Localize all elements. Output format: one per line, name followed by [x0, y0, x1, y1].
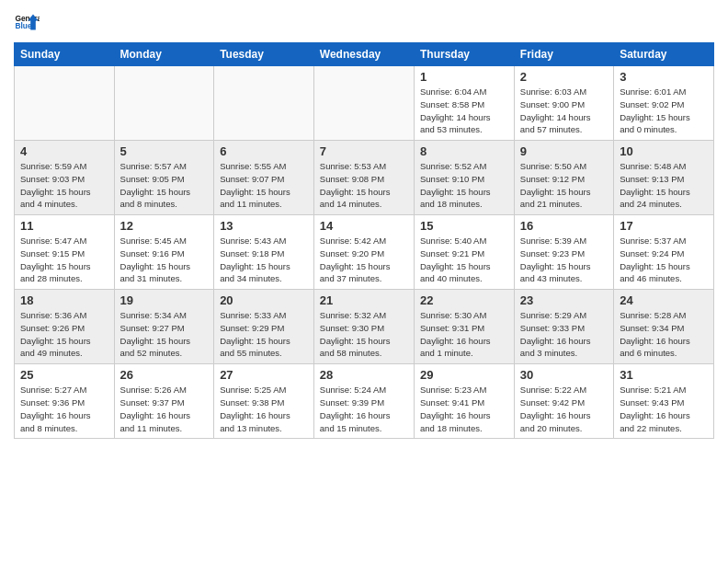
day-number: 16 — [520, 219, 608, 233]
day-info: Sunrise: 5:55 AM Sunset: 9:07 PM Dayligh… — [220, 160, 308, 211]
day-info: Sunrise: 5:39 AM Sunset: 9:23 PM Dayligh… — [520, 235, 608, 285]
calendar-cell: 7Sunrise: 5:53 AM Sunset: 9:08 PM Daylig… — [313, 141, 414, 215]
weekday-header-sunday: Sunday — [15, 43, 115, 66]
day-info: Sunrise: 5:28 AM Sunset: 9:34 PM Dayligh… — [620, 309, 708, 360]
calendar-cell: 26Sunrise: 5:26 AM Sunset: 9:37 PM Dayli… — [114, 364, 214, 439]
day-info: Sunrise: 5:42 AM Sunset: 9:20 PM Dayligh… — [320, 235, 408, 285]
weekday-header-tuesday: Tuesday — [214, 43, 314, 66]
calendar-cell: 19Sunrise: 5:34 AM Sunset: 9:27 PM Dayli… — [114, 290, 214, 364]
day-info: Sunrise: 5:48 AM Sunset: 9:13 PM Dayligh… — [620, 160, 708, 211]
day-info: Sunrise: 5:26 AM Sunset: 9:37 PM Dayligh… — [120, 384, 209, 434]
day-number: 21 — [320, 293, 408, 307]
day-info: Sunrise: 5:33 AM Sunset: 9:29 PM Dayligh… — [220, 309, 308, 360]
calendar-week-row: 25Sunrise: 5:27 AM Sunset: 9:36 PM Dayli… — [15, 364, 714, 439]
day-info: Sunrise: 6:04 AM Sunset: 8:58 PM Dayligh… — [420, 86, 508, 136]
day-info: Sunrise: 5:50 AM Sunset: 9:12 PM Dayligh… — [520, 160, 608, 211]
calendar-cell: 25Sunrise: 5:27 AM Sunset: 9:36 PM Dayli… — [15, 364, 115, 439]
calendar-cell: 12Sunrise: 5:45 AM Sunset: 9:16 PM Dayli… — [114, 215, 214, 290]
day-number: 26 — [120, 368, 209, 382]
day-info: Sunrise: 5:45 AM Sunset: 9:16 PM Dayligh… — [120, 235, 209, 285]
calendar-cell — [214, 66, 314, 141]
day-info: Sunrise: 5:23 AM Sunset: 9:41 PM Dayligh… — [420, 384, 508, 434]
day-number: 14 — [320, 219, 408, 233]
calendar-week-row: 11Sunrise: 5:47 AM Sunset: 9:15 PM Dayli… — [15, 215, 714, 290]
day-info: Sunrise: 5:40 AM Sunset: 9:21 PM Dayligh… — [420, 235, 508, 285]
day-info: Sunrise: 5:34 AM Sunset: 9:27 PM Dayligh… — [120, 309, 209, 360]
calendar-cell: 16Sunrise: 5:39 AM Sunset: 9:23 PM Dayli… — [514, 215, 613, 290]
calendar-cell — [313, 66, 414, 141]
day-number: 22 — [420, 293, 508, 307]
weekday-header-monday: Monday — [114, 43, 214, 66]
day-number: 28 — [320, 368, 408, 382]
day-number: 5 — [120, 144, 209, 158]
weekday-header-wednesday: Wednesday — [313, 43, 414, 66]
day-number: 10 — [620, 144, 708, 158]
calendar-cell: 28Sunrise: 5:24 AM Sunset: 9:39 PM Dayli… — [313, 364, 414, 439]
calendar-cell: 29Sunrise: 5:23 AM Sunset: 9:41 PM Dayli… — [414, 364, 514, 439]
day-info: Sunrise: 5:22 AM Sunset: 9:42 PM Dayligh… — [520, 384, 608, 434]
calendar-cell: 11Sunrise: 5:47 AM Sunset: 9:15 PM Dayli… — [15, 215, 115, 290]
weekday-header-saturday: Saturday — [614, 43, 714, 66]
calendar-cell: 17Sunrise: 5:37 AM Sunset: 9:24 PM Dayli… — [614, 215, 714, 290]
day-number: 7 — [320, 144, 408, 158]
day-info: Sunrise: 5:27 AM Sunset: 9:36 PM Dayligh… — [20, 384, 108, 434]
day-info: Sunrise: 5:37 AM Sunset: 9:24 PM Dayligh… — [620, 235, 708, 285]
logo: General Blue — [14, 9, 40, 35]
calendar-cell: 14Sunrise: 5:42 AM Sunset: 9:20 PM Dayli… — [313, 215, 414, 290]
calendar-cell: 22Sunrise: 5:30 AM Sunset: 9:31 PM Dayli… — [414, 290, 514, 364]
day-number: 20 — [220, 293, 308, 307]
day-number: 31 — [620, 368, 708, 382]
day-info: Sunrise: 5:53 AM Sunset: 9:08 PM Dayligh… — [320, 160, 408, 211]
day-info: Sunrise: 5:24 AM Sunset: 9:39 PM Dayligh… — [320, 384, 408, 434]
day-number: 15 — [420, 219, 508, 233]
calendar-cell: 30Sunrise: 5:22 AM Sunset: 9:42 PM Dayli… — [514, 364, 613, 439]
day-number: 23 — [520, 293, 608, 307]
day-number: 13 — [220, 219, 308, 233]
day-info: Sunrise: 5:32 AM Sunset: 9:30 PM Dayligh… — [320, 309, 408, 360]
calendar-week-row: 1Sunrise: 6:04 AM Sunset: 8:58 PM Daylig… — [15, 66, 714, 141]
day-info: Sunrise: 6:01 AM Sunset: 9:02 PM Dayligh… — [620, 86, 708, 136]
logo-icon: General Blue — [14, 9, 40, 35]
weekday-header-friday: Friday — [514, 43, 613, 66]
day-number: 8 — [420, 144, 508, 158]
calendar-cell: 5Sunrise: 5:57 AM Sunset: 9:05 PM Daylig… — [114, 141, 214, 215]
day-info: Sunrise: 5:59 AM Sunset: 9:03 PM Dayligh… — [20, 160, 108, 211]
calendar-cell: 23Sunrise: 5:29 AM Sunset: 9:33 PM Dayli… — [514, 290, 613, 364]
day-info: Sunrise: 5:29 AM Sunset: 9:33 PM Dayligh… — [520, 309, 608, 360]
day-info: Sunrise: 6:03 AM Sunset: 9:00 PM Dayligh… — [520, 86, 608, 136]
day-number: 30 — [520, 368, 608, 382]
day-info: Sunrise: 5:25 AM Sunset: 9:38 PM Dayligh… — [220, 384, 308, 434]
day-info: Sunrise: 5:57 AM Sunset: 9:05 PM Dayligh… — [120, 160, 209, 211]
day-number: 1 — [420, 70, 508, 84]
calendar-cell: 20Sunrise: 5:33 AM Sunset: 9:29 PM Dayli… — [214, 290, 314, 364]
day-number: 3 — [620, 70, 708, 84]
day-number: 27 — [220, 368, 308, 382]
weekday-header-thursday: Thursday — [414, 43, 514, 66]
day-info: Sunrise: 5:43 AM Sunset: 9:18 PM Dayligh… — [220, 235, 308, 285]
calendar-header-row: SundayMondayTuesdayWednesdayThursdayFrid… — [15, 43, 714, 66]
day-number: 4 — [20, 144, 108, 158]
calendar-cell: 15Sunrise: 5:40 AM Sunset: 9:21 PM Dayli… — [414, 215, 514, 290]
day-number: 29 — [420, 368, 508, 382]
day-number: 12 — [120, 219, 209, 233]
calendar-cell: 24Sunrise: 5:28 AM Sunset: 9:34 PM Dayli… — [614, 290, 714, 364]
calendar-cell: 31Sunrise: 5:21 AM Sunset: 9:43 PM Dayli… — [614, 364, 714, 439]
day-number: 18 — [20, 293, 108, 307]
calendar-cell: 13Sunrise: 5:43 AM Sunset: 9:18 PM Dayli… — [214, 215, 314, 290]
day-info: Sunrise: 5:36 AM Sunset: 9:26 PM Dayligh… — [20, 309, 108, 360]
calendar-cell: 6Sunrise: 5:55 AM Sunset: 9:07 PM Daylig… — [214, 141, 314, 215]
day-info: Sunrise: 5:52 AM Sunset: 9:10 PM Dayligh… — [420, 160, 508, 211]
calendar-cell: 8Sunrise: 5:52 AM Sunset: 9:10 PM Daylig… — [414, 141, 514, 215]
calendar-cell — [15, 66, 115, 141]
calendar-cell: 9Sunrise: 5:50 AM Sunset: 9:12 PM Daylig… — [514, 141, 613, 215]
calendar-cell: 3Sunrise: 6:01 AM Sunset: 9:02 PM Daylig… — [614, 66, 714, 141]
day-number: 2 — [520, 70, 608, 84]
calendar-cell: 2Sunrise: 6:03 AM Sunset: 9:00 PM Daylig… — [514, 66, 613, 141]
calendar-cell: 1Sunrise: 6:04 AM Sunset: 8:58 PM Daylig… — [414, 66, 514, 141]
day-number: 9 — [520, 144, 608, 158]
calendar-cell: 10Sunrise: 5:48 AM Sunset: 9:13 PM Dayli… — [614, 141, 714, 215]
day-number: 24 — [620, 293, 708, 307]
day-info: Sunrise: 5:30 AM Sunset: 9:31 PM Dayligh… — [420, 309, 508, 360]
calendar-table: SundayMondayTuesdayWednesdayThursdayFrid… — [14, 42, 714, 439]
day-number: 11 — [20, 219, 108, 233]
